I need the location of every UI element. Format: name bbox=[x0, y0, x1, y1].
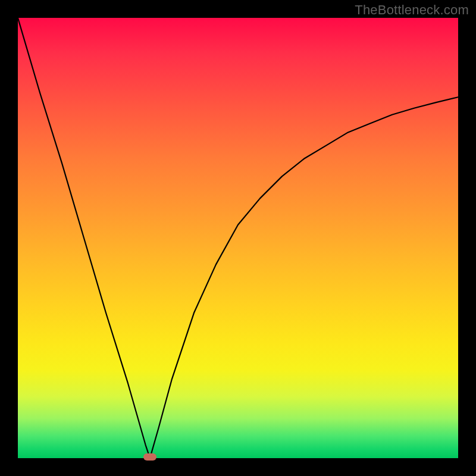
curve-path bbox=[18, 18, 458, 458]
plot-area bbox=[18, 18, 458, 458]
chart-frame: TheBottleneck.com bbox=[0, 0, 476, 476]
optimum-marker bbox=[143, 453, 156, 461]
bottleneck-curve bbox=[18, 18, 458, 458]
watermark-text: TheBottleneck.com bbox=[355, 2, 469, 18]
